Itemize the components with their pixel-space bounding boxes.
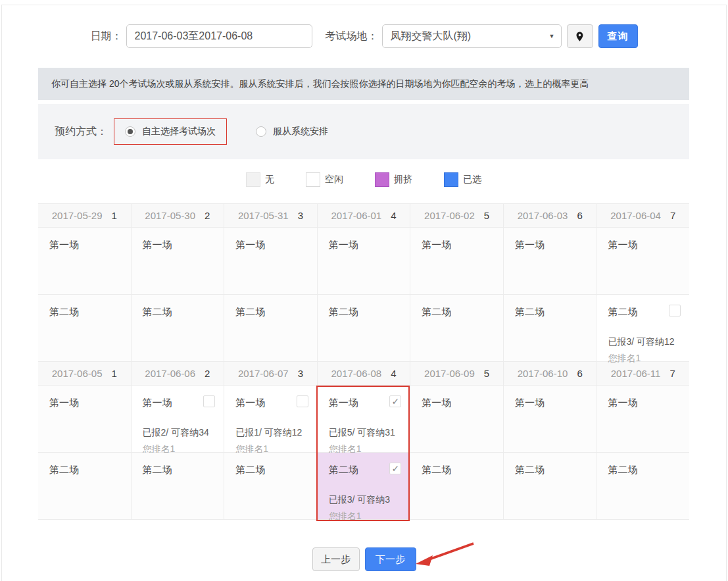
day-header-2017-05-29: 2017-05-291 <box>38 204 132 227</box>
booking-option-1[interactable]: 服从系统安排 <box>245 119 339 144</box>
day-header-2017-05-31: 2017-05-313 <box>224 204 318 227</box>
session-checkbox[interactable]: ✓ <box>389 395 401 407</box>
legend-swatch <box>246 172 260 187</box>
session-cell-2017-05-29-1: 第二场 <box>38 295 132 361</box>
day-number: 5 <box>484 368 489 379</box>
session-title: 第一场 <box>143 239 172 250</box>
chevron-down-icon: ▼ <box>549 33 555 39</box>
session-title: 第一场 <box>515 239 545 250</box>
session-cell-2017-06-07-0[interactable]: 第一场已报1/ 可容纳12您排名1 <box>224 386 318 452</box>
query-button[interactable]: 查询 <box>598 24 638 48</box>
rank-text: 您排名1 <box>329 511 401 522</box>
next-step-button[interactable]: 下一步 <box>365 547 416 571</box>
legend-swatch <box>375 172 389 187</box>
session-cell-2017-06-06-0[interactable]: 第一场已报2/ 可容纳34您排名1 <box>132 386 225 452</box>
session-cell-2017-06-02-0: 第一场 <box>410 228 504 294</box>
booking-method-label: 预约方式： <box>55 125 107 139</box>
session-cell-2017-06-01-0: 第一场 <box>318 228 411 294</box>
session-title: 第一场 <box>329 397 358 408</box>
session-checkbox[interactable] <box>203 395 215 407</box>
session-title: 第一场 <box>49 239 79 250</box>
week-0-header: 2017-05-2912017-05-3022017-05-3132017-06… <box>38 204 689 228</box>
session-title: 第二场 <box>49 464 79 475</box>
legend-label: 拥挤 <box>394 174 412 186</box>
day-header-2017-06-07: 2017-06-073 <box>224 362 318 385</box>
week-1-header: 2017-06-0512017-06-0622017-06-0732017-06… <box>38 362 689 386</box>
session-cell-2017-06-10-1: 第二场 <box>504 453 597 519</box>
day-date: 2017-05-30 <box>145 210 195 221</box>
booked-capacity-text: 已报3/ 可容纳3 <box>329 494 401 506</box>
day-header-2017-06-05: 2017-06-051 <box>38 362 132 385</box>
day-number: 3 <box>298 210 303 221</box>
day-header-2017-05-30: 2017-05-302 <box>132 204 225 227</box>
radio-icon[interactable] <box>125 126 135 137</box>
day-number: 6 <box>577 368 582 379</box>
session-checkbox[interactable] <box>669 305 681 316</box>
legend-item-1: 空闲 <box>306 172 343 187</box>
session-title: 第二场 <box>49 306 79 317</box>
day-date: 2017-06-10 <box>518 368 568 379</box>
session-title: 第一场 <box>608 239 637 250</box>
session-cell-2017-06-09-0: 第一场 <box>410 386 504 452</box>
search-toolbar: 日期： 考试场地： 凤翔交警大队(翔) ▼ 查询 <box>0 24 728 48</box>
week-0-session-row-1: 第二场第二场第二场第二场第二场第二场第二场已报3/ 可容纳12您排名1 <box>38 295 689 362</box>
session-cell-2017-06-11-0: 第一场 <box>596 386 689 452</box>
session-title: 第一场 <box>235 397 265 408</box>
day-header-2017-06-06: 2017-06-062 <box>132 362 225 385</box>
session-cell-2017-06-01-1: 第二场 <box>318 295 411 361</box>
booking-option-label: 服从系统安排 <box>273 126 328 138</box>
day-header-2017-06-02: 2017-06-025 <box>410 204 504 227</box>
day-header-2017-06-01: 2017-06-014 <box>318 204 411 227</box>
session-title: 第二场 <box>608 306 637 317</box>
venue-label: 考试场地： <box>326 30 378 43</box>
day-number: 6 <box>577 210 582 221</box>
booking-option-0[interactable]: 自主选择考试场次 <box>114 118 227 145</box>
radio-icon[interactable] <box>256 126 266 137</box>
week-1-session-row-0: 第一场第一场已报2/ 可容纳34您排名1第一场已报1/ 可容纳12您排名1第一场… <box>38 386 689 453</box>
day-number: 7 <box>669 368 675 379</box>
session-checkbox[interactable]: ✓ <box>389 463 401 474</box>
map-pin-icon <box>574 31 585 42</box>
location-pin-button[interactable] <box>567 24 593 48</box>
session-title: 第二场 <box>422 464 451 475</box>
session-title: 第一场 <box>608 397 637 408</box>
day-date: 2017-06-05 <box>52 368 103 379</box>
exam-session-calendar: 2017-05-2912017-05-3022017-05-3132017-06… <box>38 203 689 520</box>
day-date: 2017-06-01 <box>331 210 381 221</box>
legend-item-2: 拥挤 <box>375 172 412 187</box>
booked-capacity-text: 已报3/ 可容纳12 <box>608 336 680 348</box>
venue-select[interactable]: 凤翔交警大队(翔) <box>382 24 562 48</box>
session-title: 第二场 <box>235 306 265 317</box>
session-title: 第二场 <box>329 306 358 317</box>
previous-step-button[interactable]: 上一步 <box>312 547 360 571</box>
session-title: 第一场 <box>235 239 265 250</box>
session-cell-2017-06-02-1: 第二场 <box>410 295 504 361</box>
booked-capacity-text: 已报1/ 可容纳12 <box>235 427 308 439</box>
session-cell-2017-05-29-0: 第一场 <box>38 228 132 294</box>
day-date: 2017-06-08 <box>331 368 381 379</box>
session-title: 第二场 <box>515 306 545 317</box>
day-header-2017-06-11: 2017-06-117 <box>596 362 689 385</box>
day-date: 2017-06-04 <box>610 210 661 221</box>
legend-swatch <box>444 172 458 187</box>
session-cell-2017-06-04-1[interactable]: 第二场已报3/ 可容纳12您排名1 <box>596 295 689 361</box>
date-range-input[interactable] <box>126 24 312 48</box>
session-cell-2017-06-08-0[interactable]: 第一场✓已报5/ 可容纳31您排名1 <box>318 386 411 452</box>
info-banner: 你可自主选择 20个考试场次或服从系统安排。服从系统安排后，我们会按照你选择的日… <box>38 68 689 100</box>
day-header-2017-06-08: 2017-06-084 <box>318 362 411 385</box>
session-cell-2017-06-08-1[interactable]: 第二场✓已报3/ 可容纳3您排名1 <box>318 453 411 519</box>
session-checkbox[interactable] <box>297 395 308 407</box>
session-cell-2017-06-07-1: 第二场 <box>224 453 318 519</box>
day-number: 7 <box>670 210 675 221</box>
session-cell-2017-06-05-1: 第二场 <box>38 453 132 519</box>
day-header-2017-06-10: 2017-06-106 <box>504 362 597 385</box>
session-cell-2017-06-10-0: 第一场 <box>504 386 597 452</box>
day-number: 1 <box>111 210 116 221</box>
info-banner-text: 你可自主选择 20个考试场次或服从系统安排。服从系统安排后，我们会按照你选择的日… <box>51 78 589 90</box>
day-date: 2017-06-11 <box>611 368 661 379</box>
day-header-2017-06-09: 2017-06-095 <box>410 362 504 385</box>
session-title: 第一场 <box>329 239 358 250</box>
day-number: 1 <box>111 368 116 379</box>
legend-label: 无 <box>265 174 274 186</box>
day-number: 5 <box>484 210 489 221</box>
